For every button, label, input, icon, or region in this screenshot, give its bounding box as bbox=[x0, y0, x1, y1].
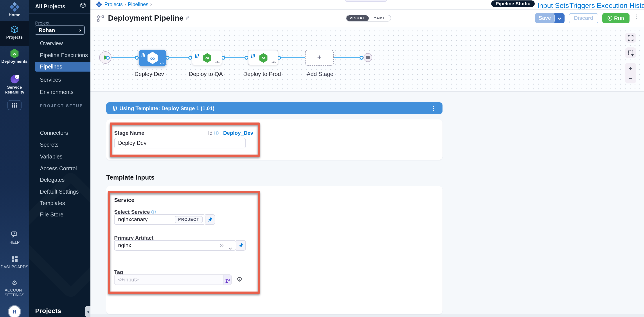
user-avatar[interactable]: R bbox=[9, 306, 20, 317]
stage-node-deploy-to-prod[interactable]: ∞ </> bbox=[248, 50, 278, 66]
nav-item-services[interactable]: Services bbox=[40, 77, 61, 83]
project-setup-label: PROJECT SETUP bbox=[40, 104, 83, 108]
all-projects-cube-icon[interactable] bbox=[80, 2, 86, 10]
nav-item-file-store[interactable]: File Store bbox=[40, 212, 64, 218]
rail-item-label: HELP bbox=[0, 240, 29, 245]
pin-icon bbox=[208, 217, 213, 222]
info-icon[interactable]: ⓘ bbox=[214, 130, 219, 136]
code-icon: </> bbox=[272, 60, 276, 64]
service-reliability-icon: ✓ bbox=[0, 75, 29, 84]
code-icon: </> bbox=[160, 62, 164, 65]
rail-item-projects[interactable]: Projects bbox=[0, 21, 29, 46]
svg-text:?: ? bbox=[13, 232, 15, 235]
divider bbox=[29, 13, 90, 14]
zoom-in-button[interactable]: + bbox=[629, 63, 632, 73]
gear-icon: ⚙ bbox=[0, 278, 29, 287]
nav-item-default-settings[interactable]: Default Settings bbox=[40, 189, 79, 195]
tab-input-sets[interactable]: Input Sets bbox=[537, 2, 569, 10]
info-icon[interactable]: ⓘ bbox=[152, 210, 156, 215]
nav-item-secrets[interactable]: Secrets bbox=[40, 142, 58, 148]
template-bars-icon bbox=[112, 105, 117, 113]
save-dropdown-button[interactable] bbox=[554, 13, 564, 23]
tag-input[interactable] bbox=[114, 274, 224, 285]
stage-node-deploy-to-qa[interactable]: ∞ </> bbox=[192, 50, 222, 66]
nav-item-access-control[interactable]: Access Control bbox=[40, 166, 77, 172]
breadcrumb-projects-link[interactable]: Projects bbox=[104, 2, 123, 7]
rail-item-home[interactable]: Home bbox=[0, 0, 29, 21]
title-row: Deployment Pipeline ✎ VISUAL YAML Save D… bbox=[90, 10, 644, 26]
nav-item-overview[interactable]: Overview bbox=[40, 40, 63, 46]
tab-triggers[interactable]: Triggers bbox=[569, 2, 595, 10]
template-bars-icon bbox=[251, 52, 255, 60]
add-stage-label: Add Stage bbox=[294, 71, 346, 77]
edge-port bbox=[135, 56, 139, 60]
toggle-visual[interactable]: VISUAL bbox=[346, 15, 368, 21]
cube-projects-icon bbox=[0, 25, 29, 34]
banner-kebab-menu[interactable]: ⋮ bbox=[431, 105, 436, 112]
clipped-popup-edge bbox=[345, 0, 387, 2]
nav-item-variables[interactable]: Variables bbox=[40, 154, 62, 160]
cd-hexagon-icon: ∞ bbox=[147, 52, 158, 64]
expression-sigma-button[interactable]: Σx bbox=[224, 274, 232, 285]
collapse-arrow-icon: ◀ bbox=[86, 310, 88, 313]
divider bbox=[40, 98, 84, 98]
stage-label: Deploy Dev bbox=[123, 71, 176, 77]
deployments-hexagon-icon: ∞ bbox=[0, 49, 29, 58]
visual-yaml-toggle[interactable]: VISUAL YAML bbox=[346, 15, 391, 22]
canvas-fit-button[interactable] bbox=[625, 33, 636, 42]
main-content: Projects›Pipelines› Pipeline Studio Inpu… bbox=[90, 0, 644, 317]
nav-item-pipeline-executions[interactable]: Pipeline Executions bbox=[40, 52, 88, 58]
chevron-down-icon bbox=[558, 17, 562, 20]
nav-item-connectors[interactable]: Connectors bbox=[40, 130, 68, 136]
rail-item-deployments[interactable]: ∞ Deployments bbox=[0, 46, 29, 68]
edge-port bbox=[360, 56, 364, 60]
rail-item-dashboards[interactable]: DASHBOARDS bbox=[0, 255, 29, 269]
rail-item-help[interactable]: ? HELP bbox=[0, 230, 29, 245]
nav-item-environments[interactable]: Environments bbox=[40, 89, 74, 95]
chevron-right-icon: › bbox=[79, 27, 81, 33]
zoom-out-button[interactable]: − bbox=[629, 73, 632, 83]
module-grid-button[interactable] bbox=[8, 100, 22, 110]
add-stage-node[interactable]: + bbox=[305, 50, 334, 66]
stage-node-deploy-dev[interactable]: ∞ </> bbox=[139, 50, 166, 66]
tag-field-group: Σx bbox=[114, 274, 232, 285]
run-button[interactable]: Run bbox=[602, 13, 630, 23]
rail-item-service-reliability[interactable]: ✓ Service Reliability bbox=[0, 73, 29, 98]
stage-id-row: Id ⓘ : Deploy_Dev bbox=[208, 130, 253, 136]
nav-item-delegates[interactable]: Delegates bbox=[40, 177, 65, 183]
pin-artifact-button[interactable] bbox=[236, 240, 246, 251]
pipeline-canvas[interactable]: ∞ </> ∞ </> ∞ </> + Deploy Dev Deploy to… bbox=[90, 27, 644, 92]
toggle-yaml[interactable]: YAML bbox=[368, 15, 391, 21]
clear-icon[interactable]: ⊗ bbox=[220, 242, 224, 248]
service-field-wrap: PROJECT bbox=[114, 214, 206, 225]
all-projects-link[interactable]: All Projects bbox=[35, 4, 66, 10]
project-selector[interactable]: Rohan › bbox=[35, 26, 85, 35]
code-icon: </> bbox=[215, 60, 220, 64]
stage-name-input[interactable] bbox=[114, 138, 246, 148]
help-chat-icon: ? bbox=[0, 230, 29, 239]
nav-item-pipelines[interactable]: Pipelines bbox=[35, 62, 90, 72]
pipeline-menu-kebab[interactable]: ⋮ bbox=[634, 14, 640, 18]
nav-collapse-button[interactable]: ◀ bbox=[85, 306, 90, 317]
stage-id-value[interactable]: Deploy_Dev bbox=[223, 130, 253, 136]
nav-item-templates[interactable]: Templates bbox=[40, 200, 65, 206]
harness-pipeline-studio: Home Projects ∞ Deployments ✓ Service Re… bbox=[0, 0, 644, 317]
discard-button[interactable]: Discard bbox=[569, 13, 598, 23]
rail-item-label: Service Reliability bbox=[2, 85, 27, 94]
edit-pencil-icon[interactable]: ✎ bbox=[185, 14, 190, 21]
breadcrumb-pipelines-link[interactable]: Pipelines bbox=[128, 2, 148, 7]
canvas-reset-selection-button[interactable] bbox=[625, 48, 636, 58]
chevron-down-icon[interactable] bbox=[228, 244, 232, 252]
project-label: Project bbox=[35, 20, 50, 26]
rail-item-label: Projects bbox=[0, 35, 29, 40]
primary-artifact-input[interactable] bbox=[114, 240, 236, 251]
tab-pipeline-studio[interactable]: Pipeline Studio bbox=[491, 0, 535, 10]
rail-item-account-settings[interactable]: ⚙ ACCOUNT SETTINGS bbox=[0, 278, 29, 297]
tag-settings-gear-icon[interactable]: ⚙ bbox=[236, 275, 242, 283]
save-button[interactable]: Save bbox=[535, 13, 554, 23]
project-name: Rohan bbox=[39, 27, 55, 33]
breadcrumb-row: Projects›Pipelines› Pipeline Studio Inpu… bbox=[90, 0, 644, 10]
fullscreen-icon bbox=[628, 35, 634, 40]
pin-service-button[interactable] bbox=[206, 214, 215, 225]
tab-execution-history[interactable]: Execution History bbox=[596, 2, 644, 10]
